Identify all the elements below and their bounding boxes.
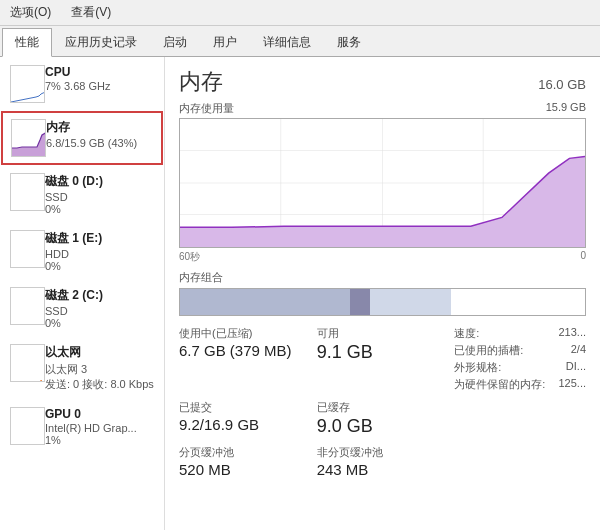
tab-app-history[interactable]: 应用历史记录 bbox=[52, 28, 150, 56]
disk0-sub2: 0% bbox=[45, 203, 154, 215]
svg-rect-5 bbox=[11, 288, 45, 325]
memory-sub: 6.8/15.9 GB (43%) bbox=[46, 137, 153, 149]
sidebar-item-disk2[interactable]: 磁盘 2 (C:) SSD 0% bbox=[1, 280, 163, 336]
memory-chart bbox=[179, 118, 586, 248]
cpu-sparkline bbox=[10, 65, 45, 103]
chart-section: 内存使用量 15.9 GB 60秒 0 bbox=[179, 101, 586, 264]
gpu-title: GPU 0 bbox=[45, 407, 154, 421]
gpu-info: GPU 0 Intel(R) HD Grap... 1% bbox=[45, 407, 154, 446]
tab-performance[interactable]: 性能 bbox=[2, 28, 52, 57]
memory-info: 内存 6.8/15.9 GB (43%) bbox=[46, 119, 153, 149]
reserved-value: 125... bbox=[558, 377, 586, 392]
memory-title: 内存 bbox=[46, 119, 153, 136]
svg-rect-4 bbox=[11, 231, 45, 268]
comp-standby bbox=[370, 289, 451, 315]
gpu-sparkline bbox=[10, 407, 45, 445]
composition-section: 内存组合 bbox=[179, 270, 586, 316]
disk2-sub1: SSD bbox=[45, 305, 154, 317]
comp-used bbox=[180, 289, 350, 315]
form-value: DI... bbox=[566, 360, 586, 375]
memory-sparkline bbox=[11, 119, 46, 157]
chart-time-start: 60秒 bbox=[179, 250, 200, 264]
ethernet-sparkline bbox=[10, 344, 45, 382]
menu-bar: 选项(O) 查看(V) bbox=[0, 0, 600, 26]
sidebar-item-disk1[interactable]: 磁盘 1 (E:) HDD 0% bbox=[1, 223, 163, 279]
disk0-sub1: SSD bbox=[45, 191, 154, 203]
comp-free bbox=[451, 289, 585, 315]
ethernet-title: 以太网 bbox=[45, 344, 154, 361]
menu-options[interactable]: 选项(O) bbox=[4, 2, 57, 23]
disk2-sub2: 0% bbox=[45, 317, 154, 329]
disk2-info: 磁盘 2 (C:) SSD 0% bbox=[45, 287, 154, 329]
tab-services[interactable]: 服务 bbox=[324, 28, 374, 56]
speed-label: 速度: bbox=[454, 326, 479, 341]
menu-view[interactable]: 查看(V) bbox=[65, 2, 117, 23]
gpu-sub2: 1% bbox=[45, 434, 154, 446]
chart-time-labels: 60秒 0 bbox=[179, 250, 586, 264]
sidebar-item-gpu[interactable]: GPU 0 Intel(R) HD Grap... 1% bbox=[1, 400, 163, 453]
disk1-title: 磁盘 1 (E:) bbox=[45, 230, 154, 247]
sidebar-item-disk0[interactable]: 磁盘 0 (D:) SSD 0% bbox=[1, 166, 163, 222]
tab-bar: 性能 应用历史记录 启动 用户 详细信息 服务 bbox=[0, 26, 600, 57]
chart-time-end: 0 bbox=[580, 250, 586, 264]
stat-right-bottom bbox=[454, 400, 586, 437]
disk0-sparkline bbox=[10, 173, 45, 211]
sidebar-item-memory[interactable]: 内存 6.8/15.9 GB (43%) bbox=[1, 111, 163, 165]
stat-committed: 已提交 9.2/16.9 GB bbox=[179, 400, 311, 437]
svg-rect-6 bbox=[11, 345, 45, 382]
ethernet-sub2: 发送: 0 接收: 8.0 Kbps bbox=[45, 377, 154, 392]
tab-startup[interactable]: 启动 bbox=[150, 28, 200, 56]
sidebar-item-ethernet[interactable]: 以太网 以太网 3 发送: 0 接收: 8.0 Kbps bbox=[1, 337, 163, 399]
ethernet-sub1: 以太网 3 bbox=[45, 362, 154, 377]
content-area: 内存 16.0 GB 内存使用量 15.9 GB bbox=[165, 57, 600, 530]
stat-right-top: 速度: 213... 已使用的插槽: 2/4 外形规格: DI... 为硬件保留… bbox=[454, 326, 586, 392]
tab-details[interactable]: 详细信息 bbox=[250, 28, 324, 56]
slots-value: 2/4 bbox=[571, 343, 586, 358]
content-header: 内存 16.0 GB bbox=[179, 67, 586, 97]
disk1-sub1: HDD bbox=[45, 248, 154, 260]
disk1-sparkline bbox=[10, 230, 45, 268]
composition-bar bbox=[179, 288, 586, 316]
speed-value: 213... bbox=[558, 326, 586, 341]
disk0-title: 磁盘 0 (D:) bbox=[45, 173, 154, 190]
cpu-title: CPU bbox=[45, 65, 154, 79]
stat-available: 可用 9.1 GB bbox=[317, 326, 449, 392]
cpu-sub: 7% 3.68 GHz bbox=[45, 80, 154, 92]
reserved-label: 为硬件保留的内存: bbox=[454, 377, 545, 392]
disk2-title: 磁盘 2 (C:) bbox=[45, 287, 154, 304]
chart-top-label: 内存使用量 bbox=[179, 101, 234, 116]
svg-rect-0 bbox=[11, 66, 45, 103]
svg-rect-7 bbox=[11, 408, 45, 445]
form-label: 外形规格: bbox=[454, 360, 501, 375]
sidebar: CPU 7% 3.68 GHz 内存 6.8/15.9 GB (43%) bbox=[0, 57, 165, 530]
stats-container: 使用中(已压缩) 6.7 GB (379 MB) 可用 9.1 GB 速度: 2… bbox=[179, 326, 586, 478]
stat-nonpaged-pool: 非分页缓冲池 243 MB bbox=[317, 445, 449, 478]
ethernet-info: 以太网 以太网 3 发送: 0 接收: 8.0 Kbps bbox=[45, 344, 154, 392]
composition-label: 内存组合 bbox=[179, 270, 586, 285]
content-total: 16.0 GB bbox=[538, 77, 586, 92]
sidebar-item-cpu[interactable]: CPU 7% 3.68 GHz bbox=[1, 58, 163, 110]
disk0-info: 磁盘 0 (D:) SSD 0% bbox=[45, 173, 154, 215]
svg-rect-3 bbox=[11, 174, 45, 211]
chart-label-row: 内存使用量 15.9 GB bbox=[179, 101, 586, 116]
main-container: CPU 7% 3.68 GHz 内存 6.8/15.9 GB (43%) bbox=[0, 57, 600, 530]
gpu-sub1: Intel(R) HD Grap... bbox=[45, 422, 154, 434]
disk2-sparkline bbox=[10, 287, 45, 325]
cpu-info: CPU 7% 3.68 GHz bbox=[45, 65, 154, 92]
slots-label: 已使用的插槽: bbox=[454, 343, 523, 358]
disk1-info: 磁盘 1 (E:) HDD 0% bbox=[45, 230, 154, 272]
disk1-sub2: 0% bbox=[45, 260, 154, 272]
chart-top-value: 15.9 GB bbox=[546, 101, 586, 116]
comp-modified bbox=[350, 289, 370, 315]
tab-users[interactable]: 用户 bbox=[200, 28, 250, 56]
stat-cached: 已缓存 9.0 GB bbox=[317, 400, 449, 437]
stat-in-use: 使用中(已压缩) 6.7 GB (379 MB) bbox=[179, 326, 311, 392]
content-title: 内存 bbox=[179, 67, 223, 97]
stat-paged-pool: 分页缓冲池 520 MB bbox=[179, 445, 311, 478]
